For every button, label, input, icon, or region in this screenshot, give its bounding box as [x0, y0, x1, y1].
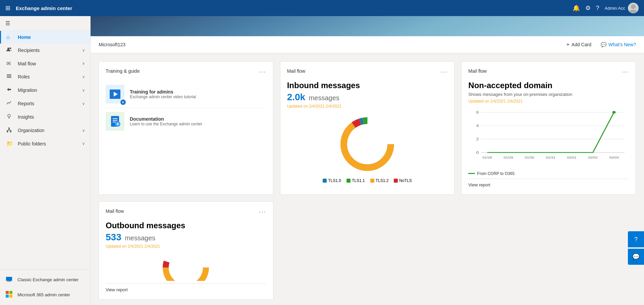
docs-icon	[106, 112, 124, 131]
outbound-card-menu[interactable]: ···	[259, 208, 266, 216]
sidebar-item-migration[interactable]: Migration ∨	[0, 83, 90, 97]
svg-rect-25	[9, 295, 12, 298]
outbound-count-row: 533 messages	[106, 232, 266, 243]
svg-text:02/03: 02/03	[609, 156, 619, 159]
whats-new-label: What's New?	[608, 42, 636, 47]
right-panel-help-button[interactable]: ?	[628, 231, 644, 247]
outbound-card-title: Mail flow	[106, 208, 124, 214]
publicfolders-icon: 📁	[6, 140, 14, 147]
sidebar-toggle[interactable]: ☰	[0, 16, 90, 31]
training-admins-subtitle: Exchange admin center video tutorial	[130, 95, 196, 99]
sidebar-item-classic[interactable]: Classic Exchange admin center	[0, 272, 90, 287]
docs-text: Documentation Learn to use the Exchange …	[130, 116, 202, 126]
bell-icon[interactable]: 🔔	[573, 4, 580, 12]
svg-point-1	[629, 10, 637, 13]
sidebar-item-insights[interactable]: Insights	[0, 110, 90, 124]
sidebar-label-insights: Insights	[18, 114, 85, 120]
svg-rect-4	[7, 74, 11, 75]
sidebar-label-organization: Organization	[18, 128, 82, 133]
user-menu[interactable]: Admin Acc	[605, 3, 639, 13]
sidebar-item-mailflow[interactable]: ✉ Mail flow ∨	[0, 57, 90, 70]
svg-text:01/28: 01/28	[483, 156, 492, 159]
docs-subtitle: Learn to use the Exchange admin center	[130, 122, 202, 126]
help-icon[interactable]: ?	[596, 5, 599, 12]
svg-text:01/30: 01/30	[525, 156, 535, 159]
insights-icon	[6, 114, 14, 120]
training-item-admins[interactable]: Training for admins Exchange admin cente…	[106, 81, 266, 108]
sidebar-label-publicfolders: Public folders	[18, 141, 82, 146]
inbound-card-menu[interactable]: ···	[440, 68, 447, 75]
outbound-count-label: messages	[125, 234, 155, 242]
training-card-title: Training & guide	[106, 68, 140, 74]
waffle-icon[interactable]: ⊞	[5, 4, 10, 12]
notls-label: NoTLS	[399, 178, 412, 183]
sidebar-label-mailflow: Mail flow	[18, 61, 82, 66]
training-icon	[106, 85, 124, 104]
svg-text:0: 0	[476, 150, 479, 155]
inbound-count-label: messages	[309, 94, 339, 102]
sidebar-item-home[interactable]: ⌂ Home	[0, 31, 90, 44]
svg-rect-19	[6, 277, 12, 281]
svg-rect-5	[7, 76, 11, 76]
main-header-actions: + Add Card 💬 What's New?	[564, 40, 636, 49]
roles-icon	[6, 73, 14, 80]
sidebar-item-roles[interactable]: Roles ∨	[0, 70, 90, 83]
training-card-menu[interactable]: ···	[259, 68, 266, 75]
non-accepted-heading: Non-accepted domain	[468, 81, 629, 90]
corp-legend-line	[468, 173, 475, 174]
non-accepted-card: Mail flow ··· Non-accepted domain Shows …	[461, 61, 636, 195]
outbound-view-report[interactable]: View report	[106, 287, 128, 292]
cards-grid: Training & guide ··· Training for admins	[91, 53, 644, 305]
migration-icon	[6, 87, 14, 94]
main-header: Microsoft123 + Add Card 💬 What's New?	[91, 36, 644, 53]
whats-new-icon: 💬	[601, 42, 606, 47]
sidebar-item-publicfolders[interactable]: 📁 Public folders ∨	[0, 137, 90, 150]
add-card-button[interactable]: + Add Card	[564, 40, 594, 49]
svg-rect-23	[9, 291, 12, 294]
chevron-icon-organization: ∨	[82, 128, 85, 133]
svg-point-7	[8, 114, 10, 117]
training-item-docs[interactable]: Documentation Learn to use the Exchange …	[106, 108, 266, 135]
whats-new-button[interactable]: 💬 What's New?	[601, 42, 636, 47]
sidebar-item-organization[interactable]: Organization ∨	[0, 124, 90, 137]
settings-icon[interactable]: ⚙	[585, 4, 591, 12]
plus-icon: +	[566, 42, 569, 48]
hero-banner	[91, 16, 644, 36]
outbound-card: Mail flow ··· Outbound messages 533 mess…	[99, 201, 273, 300]
svg-rect-15	[10, 131, 11, 132]
sidebar-item-m365[interactable]: Microsoft 365 admin center	[0, 287, 90, 302]
svg-rect-24	[6, 295, 9, 298]
outbound-updated: Updated on 2/4/2021 2/4/2021	[106, 244, 266, 249]
non-accepted-view-report[interactable]: View report	[468, 182, 490, 187]
inbound-donut-chart	[337, 114, 397, 174]
tls12-label: TLS1.2	[376, 178, 389, 183]
non-accepted-card-menu[interactable]: ···	[622, 68, 629, 75]
m365-label: Microsoft 365 admin center	[17, 292, 70, 297]
legend-tls12: TLS1.2	[370, 178, 389, 183]
svg-rect-20	[7, 281, 11, 282]
svg-text:01/29: 01/29	[504, 156, 514, 159]
sidebar-bottom: Classic Exchange admin center Microsoft …	[0, 269, 90, 305]
sidebar-item-recipients[interactable]: Recipients ∨	[0, 44, 90, 57]
corp-legend-label: From CORP to O365	[477, 171, 515, 176]
svg-point-58	[166, 254, 206, 281]
non-accepted-card-title: Mail flow	[468, 68, 486, 74]
tls11-dot	[346, 179, 351, 183]
main-content: Microsoft123 + Add Card 💬 What's New? Tr…	[91, 36, 644, 305]
classic-icon	[5, 276, 15, 284]
recipients-icon	[6, 47, 14, 54]
chevron-icon-migration: ∨	[82, 88, 85, 93]
inbound-card-title: Mail flow	[287, 68, 305, 74]
home-icon: ⌂	[6, 34, 14, 40]
right-panel-chat-button[interactable]: 💬	[628, 249, 644, 265]
chevron-icon-recipients: ∨	[82, 48, 85, 53]
outbound-donut	[106, 254, 266, 281]
app-title: Exchange admin center	[16, 5, 573, 11]
sidebar-label-recipients: Recipients	[18, 48, 82, 53]
outbound-card-header: Mail flow ···	[106, 208, 266, 216]
notls-dot	[394, 179, 398, 183]
outbound-heading: Outbound messages	[106, 221, 266, 231]
sidebar-item-reports[interactable]: Reports ∨	[0, 97, 90, 110]
training-admins-title: Training for admins	[130, 89, 196, 95]
non-accepted-subtitle: Shows messages from your on-premises org…	[468, 92, 629, 97]
